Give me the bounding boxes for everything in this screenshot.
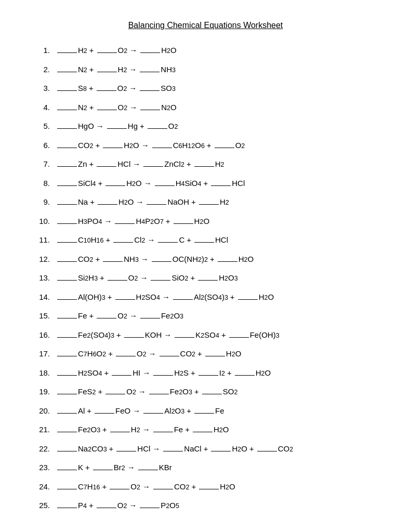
equation-number: 20. <box>31 405 56 417</box>
equation-content: Al(OH)3 + H2SO4 → Al2(SO4)3 + H2O <box>56 291 274 303</box>
equation-content: CO2 + H2O → C6H12O6 + O2 <box>56 140 245 152</box>
equation-list: 1. H2 + O2 → H2O2. N2 + H2 → NH33. S8 + … <box>31 45 380 512</box>
equation-row: 4. N2 + O2 → N2O <box>31 102 380 114</box>
equation-number: 6. <box>31 140 56 152</box>
equation-number: 9. <box>31 196 56 208</box>
equation-content: N2 + H2 → NH3 <box>56 64 176 76</box>
equation-row: 17. C7H6O2 + O2 → CO2 + H2O <box>31 348 380 360</box>
equation-content: K + Br2 → KBr <box>56 462 172 474</box>
equation-row: 15. Fe + O2 → Fe2O3 <box>31 310 380 322</box>
equation-number: 24. <box>31 481 56 493</box>
equation-row: 6. CO2 + H2O → C6H12O6 + O2 <box>31 140 380 152</box>
equation-number: 22. <box>31 443 56 455</box>
equation-row: 18. H2SO4 + HI → H2S + I2 + H2O <box>31 367 380 379</box>
equation-number: 4. <box>31 102 56 114</box>
equation-number: 3. <box>31 83 56 95</box>
equation-content: S8 + O2 → SO3 <box>56 83 176 95</box>
equation-content: H2SO4 + HI → H2S + I2 + H2O <box>56 367 271 379</box>
equation-content: C7H6O2 + O2 → CO2 + H2O <box>56 348 241 360</box>
equation-row: 14. Al(OH)3 + H2SO4 → Al2(SO4)3 + H2O <box>31 291 380 303</box>
equation-content: Al + FeO → Al2O3 + Fe <box>56 405 224 417</box>
equation-content: SiCl4 + H2O → H4SiO4 + HCl <box>56 178 245 190</box>
equation-row: 1. H2 + O2 → H2O <box>31 45 380 57</box>
equation-number: 11. <box>31 234 56 246</box>
equation-content: Na2CO3 + HCl → NaCl + H2O + CO2 <box>56 443 293 455</box>
equation-row: 7. Zn + HCl → ZnCl2 + H2 <box>31 158 380 170</box>
equation-content: N2 + O2 → N2O <box>56 102 177 114</box>
equation-content: CO2 + NH3 → OC(NH2)2 + H2O <box>56 254 254 265</box>
equation-number: 2. <box>31 64 56 76</box>
equation-row: 16. Fe2(SO4)3 + KOH → K2SO4 + Fe(OH)3 <box>31 329 380 341</box>
equation-number: 7. <box>31 158 56 170</box>
equation-content: H3PO4 → H4P2O7 + H2O <box>56 216 209 228</box>
equation-number: 21. <box>31 424 56 436</box>
page-title: Balancing Chemical Equations Worksheet <box>31 21 380 30</box>
equation-content: FeS2 + O2 → Fe2O3 + SO2 <box>56 386 237 398</box>
equation-row: 19. FeS2 + O2 → Fe2O3 + SO2 <box>31 386 380 398</box>
equation-number: 1. <box>31 45 56 57</box>
equation-row: 22. Na2CO3 + HCl → NaCl + H2O + CO2 <box>31 443 380 455</box>
equation-row: 23. K + Br2 → KBr <box>31 462 380 474</box>
equation-content: P4 + O2 → P2O5 <box>56 500 179 512</box>
equation-content: Si2H3 + O2 → SiO2 + H2O3 <box>56 272 238 284</box>
equation-content: C7H16 + O2 → CO2 + H2O <box>56 481 235 493</box>
equation-content: Na + H2O → NaOH + H2 <box>56 196 229 208</box>
equation-content: Fe2(SO4)3 + KOH → K2SO4 + Fe(OH)3 <box>56 329 280 341</box>
equation-number: 25. <box>31 500 56 512</box>
equation-number: 18. <box>31 367 56 379</box>
equation-row: 5. HgO → Hg + O2 <box>31 121 380 132</box>
equation-row: 13. Si2H3 + O2 → SiO2 + H2O3 <box>31 272 380 284</box>
equation-number: 17. <box>31 348 56 360</box>
equation-row: 24. C7H16 + O2 → CO2 + H2O <box>31 481 380 493</box>
equation-number: 19. <box>31 386 56 398</box>
equation-content: C10H16 + Cl2 → C + HCl <box>56 234 228 246</box>
equation-number: 12. <box>31 254 56 265</box>
equation-content: H2 + O2 → H2O <box>56 45 177 57</box>
equation-number: 10. <box>31 216 56 228</box>
equation-row: 25. P4 + O2 → P2O5 <box>31 500 380 512</box>
equation-number: 16. <box>31 329 56 341</box>
equation-row: 10. H3PO4 → H4P2O7 + H2O <box>31 216 380 228</box>
equation-content: HgO → Hg + O2 <box>56 121 178 132</box>
equation-content: Fe + O2 → Fe2O3 <box>56 310 183 322</box>
equation-content: Zn + HCl → ZnCl2 + H2 <box>56 158 224 170</box>
equation-row: 21. Fe2O3 + H2 → Fe + H2O <box>31 424 380 436</box>
equation-number: 13. <box>31 272 56 284</box>
equation-number: 5. <box>31 121 56 132</box>
equation-row: 9. Na + H2O → NaOH + H2 <box>31 196 380 208</box>
equation-number: 14. <box>31 291 56 303</box>
equation-content: Fe2O3 + H2 → Fe + H2O <box>56 424 229 436</box>
equation-row: 20. Al + FeO → Al2O3 + Fe <box>31 405 380 417</box>
equation-row: 8. SiCl4 + H2O → H4SiO4 + HCl <box>31 178 380 190</box>
equation-row: 3. S8 + O2 → SO3 <box>31 83 380 95</box>
equation-number: 8. <box>31 178 56 190</box>
equation-number: 15. <box>31 310 56 322</box>
equation-number: 23. <box>31 462 56 474</box>
equation-row: 11. C10H16 + Cl2 → C + HCl <box>31 234 380 246</box>
equation-row: 12. CO2 + NH3 → OC(NH2)2 + H2O <box>31 254 380 265</box>
equation-row: 2. N2 + H2 → NH3 <box>31 64 380 76</box>
